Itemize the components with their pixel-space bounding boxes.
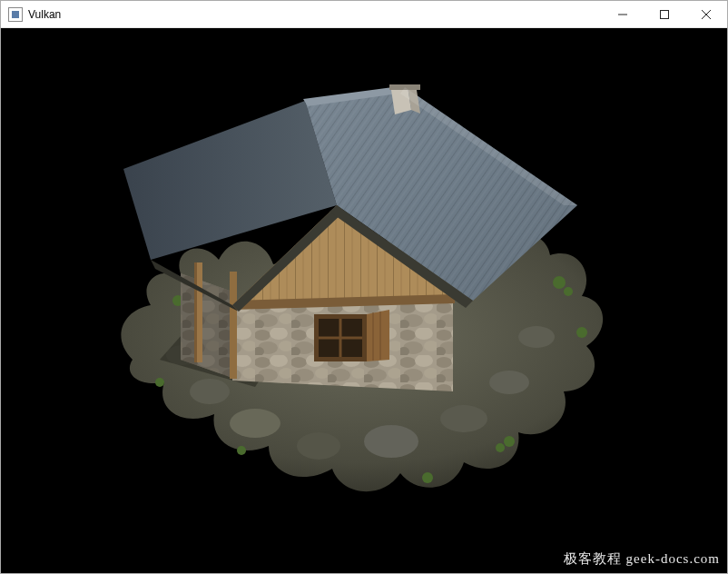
window-title: Vulkan	[28, 8, 61, 21]
svg-marker-34	[181, 273, 232, 378]
svg-point-21	[489, 371, 529, 394]
application-window: Vulkan	[0, 0, 728, 574]
rendered-scene	[1, 28, 727, 573]
svg-rect-1	[661, 10, 669, 18]
svg-point-17	[230, 409, 280, 438]
titlebar-left: Vulkan	[1, 7, 61, 22]
svg-rect-45	[230, 272, 237, 379]
app-icon	[8, 7, 23, 22]
close-button[interactable]	[685, 1, 727, 27]
viewport-3d[interactable]: 极客教程 geek-docs.com	[1, 28, 727, 573]
close-icon	[702, 10, 711, 19]
svg-point-28	[504, 436, 515, 447]
svg-point-16	[190, 379, 230, 404]
minimize-icon	[618, 10, 627, 19]
svg-point-29	[496, 443, 505, 452]
svg-point-19	[364, 425, 418, 458]
title-bar[interactable]: Vulkan	[1, 1, 727, 28]
svg-point-18	[297, 432, 340, 460]
window	[314, 310, 389, 361]
svg-point-33	[422, 472, 433, 483]
svg-point-27	[564, 287, 573, 296]
maximize-icon	[660, 10, 669, 19]
svg-point-20	[440, 405, 487, 432]
svg-point-26	[553, 276, 566, 289]
svg-point-23	[518, 326, 555, 348]
svg-point-32	[576, 327, 587, 338]
window-controls	[602, 1, 727, 27]
svg-point-31	[155, 378, 164, 387]
maximize-button[interactable]	[644, 1, 685, 27]
minimize-button[interactable]	[602, 1, 644, 27]
svg-point-30	[237, 446, 246, 455]
svg-rect-44	[194, 262, 197, 362]
svg-marker-40	[367, 310, 389, 361]
